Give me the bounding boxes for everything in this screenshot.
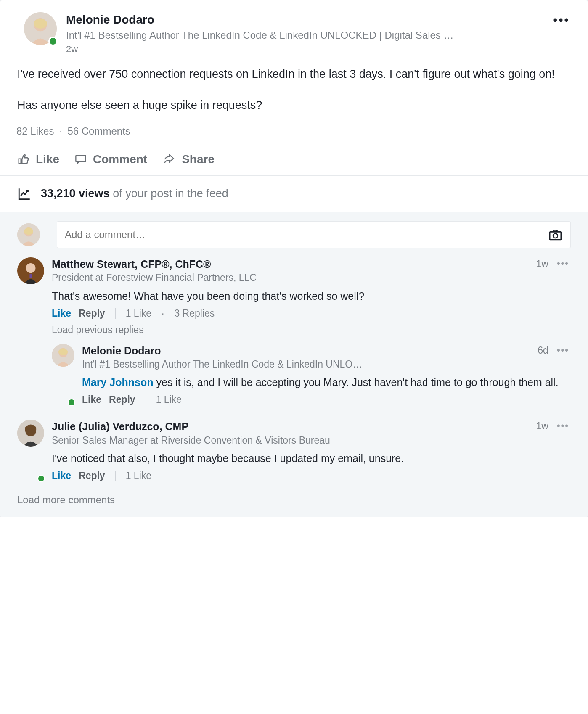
comment: Matthew Stewart, CFP®, ChFC® President a… — [17, 257, 571, 415]
avatar-placeholder-icon — [17, 223, 40, 246]
avatar-placeholder-icon — [52, 344, 74, 367]
comment-actions: Like Reply 1 Like — [52, 470, 571, 481]
more-icon: ••• — [553, 13, 570, 27]
reply-header: Melonie Dodaro Int'l #1 Bestselling Auth… — [82, 344, 571, 371]
comment-reply-button[interactable]: Reply — [79, 470, 105, 481]
author-subtitle: Int'l #1 Bestselling Author The LinkedIn… — [66, 27, 551, 42]
load-more-comments[interactable]: Load more comments — [17, 487, 571, 506]
commenter-avatar[interactable] — [17, 420, 44, 481]
comment-text: I've noticed that also, I thought maybe … — [52, 447, 571, 470]
author-info: Melonie Dodaro Int'l #1 Bestselling Auth… — [66, 12, 551, 55]
comment-header: Julie (Julia) Verduzco, CMP Senior Sales… — [52, 420, 571, 447]
presence-indicator-icon — [68, 399, 75, 406]
stats-separator: · — [159, 308, 167, 319]
replier-name[interactable]: Melonie Dodaro — [82, 344, 531, 358]
comment-reply-button[interactable]: Reply — [79, 308, 105, 319]
share-label: Share — [182, 153, 215, 166]
svg-point-6 — [553, 233, 558, 238]
post-card: Melonie Dodaro Int'l #1 Bestselling Auth… — [0, 0, 588, 517]
like-button[interactable]: Like — [17, 153, 59, 166]
svg-rect-2 — [76, 156, 85, 162]
self-avatar[interactable] — [17, 223, 40, 246]
commenter-name[interactable]: Matthew Stewart, CFP®, ChFC® — [52, 257, 529, 271]
post-timestamp[interactable]: 2w — [66, 42, 551, 55]
reply-more-menu[interactable]: ••• — [555, 344, 571, 357]
likes-count[interactable]: 82 Likes — [16, 125, 54, 137]
avatar-placeholder-icon — [17, 420, 44, 447]
comments-section: Matthew Stewart, CFP®, ChFC® President a… — [0, 212, 588, 517]
comment-like-count[interactable]: 1 Like — [126, 308, 151, 319]
views-text: 33,210 views of your post in the feed — [41, 187, 228, 200]
presence-indicator-icon — [48, 37, 58, 46]
svg-point-8 — [26, 263, 35, 273]
comment-input[interactable] — [65, 229, 548, 241]
reply: Melonie Dodaro Int'l #1 Bestselling Auth… — [52, 344, 571, 411]
reply-text-rest: yes it is, and I will be accepting you M… — [153, 376, 558, 388]
thumb-up-icon — [17, 153, 30, 166]
comments-count[interactable]: 56 Comments — [67, 125, 130, 137]
comment-timestamp: 1w — [536, 257, 548, 270]
commenter-subtitle: Senior Sales Manager at Riverside Conven… — [52, 434, 529, 447]
comment-icon — [74, 153, 87, 165]
views-bar[interactable]: 33,210 views of your post in the feed — [0, 175, 588, 212]
camera-icon[interactable] — [548, 228, 563, 241]
comment-button[interactable]: Comment — [74, 153, 147, 166]
divider — [115, 308, 116, 319]
comment-more-menu[interactable]: ••• — [555, 420, 571, 432]
reply-timestamp: 6d — [538, 344, 548, 356]
comment-header: Matthew Stewart, CFP®, ChFC® President a… — [52, 257, 571, 285]
commenter-subtitle: President at Forestview Financial Partne… — [52, 271, 529, 284]
post-paragraph: Has anyone else seen a huge spike in req… — [17, 98, 571, 114]
commenter-name[interactable]: Julie (Julia) Verduzco, CMP — [52, 420, 529, 434]
avatar-placeholder-icon — [17, 257, 44, 284]
comment-more-menu[interactable]: ••• — [555, 257, 571, 270]
mention[interactable]: Mary Johnson — [82, 376, 153, 388]
comment-timestamp: 1w — [536, 420, 548, 432]
reply-actions: Like Reply 1 Like — [82, 394, 571, 405]
more-icon: ••• — [557, 345, 569, 355]
comment-text: That's awesome! What have you been doing… — [52, 285, 571, 308]
post-actions: Like Comment Share — [0, 145, 588, 175]
divider — [146, 394, 146, 405]
load-previous-replies[interactable]: Load previous replies — [52, 319, 571, 340]
analytics-icon — [17, 187, 32, 201]
more-icon: ••• — [557, 258, 569, 269]
reply-text: Mary Johnson yes it is, and I will be ac… — [82, 371, 571, 394]
comment-label: Comment — [93, 153, 147, 166]
share-icon — [162, 153, 176, 165]
comment-input-wrap — [57, 221, 571, 248]
comment-like-button[interactable]: Like — [52, 470, 71, 481]
comment-reply-count[interactable]: 3 Replies — [174, 308, 215, 319]
stats-separator: · — [57, 125, 65, 137]
comment-like-button[interactable]: Like — [52, 308, 71, 319]
comment: Julie (Julia) Verduzco, CMP Senior Sales… — [17, 420, 571, 487]
more-icon: ••• — [557, 420, 569, 431]
comment-like-count[interactable]: 1 Like — [126, 470, 151, 481]
post-paragraph: I've received over 750 connection reques… — [17, 66, 571, 82]
views-count: 33,210 views — [41, 187, 110, 200]
replier-avatar[interactable] — [52, 344, 74, 406]
like-label: Like — [36, 153, 59, 166]
post-more-menu[interactable]: ••• — [551, 12, 572, 28]
presence-indicator-icon — [37, 475, 45, 482]
post-body: I've received over 750 connection reques… — [0, 59, 588, 119]
commenter-avatar[interactable] — [17, 257, 44, 410]
add-comment-row — [17, 221, 571, 248]
post-stats: 82 Likes · 56 Comments — [0, 119, 588, 145]
divider — [115, 471, 116, 481]
share-button[interactable]: Share — [162, 153, 215, 166]
post-header: Melonie Dodaro Int'l #1 Bestselling Auth… — [0, 0, 588, 59]
svg-rect-9 — [29, 274, 32, 278]
author-name[interactable]: Melonie Dodaro — [66, 12, 551, 27]
comment-actions: Like Reply 1 Like · 3 Replies — [52, 308, 571, 319]
reply-reply-button[interactable]: Reply — [109, 394, 135, 405]
reply-like-button[interactable]: Like — [82, 394, 101, 405]
reply-like-count[interactable]: 1 Like — [156, 394, 182, 405]
views-suffix: of your post in the feed — [110, 187, 228, 200]
author-avatar[interactable] — [24, 12, 57, 45]
replier-subtitle: Int'l #1 Bestselling Author The LinkedIn… — [82, 357, 531, 371]
